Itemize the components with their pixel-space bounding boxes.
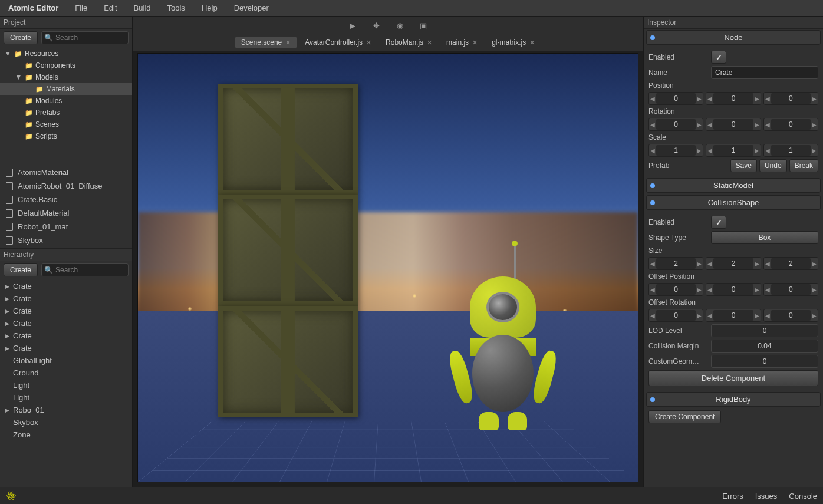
staticmodel-section-header[interactable]: StaticModel [646,178,821,193]
tree-item[interactable]: ▶📁Models [0,71,132,83]
chevron-icon[interactable]: ▶ [4,333,11,339]
node-section-header[interactable]: Node [646,30,821,45]
chevron-right-icon[interactable]: ▶ [753,261,761,267]
chevron-right-icon[interactable]: ▶ [696,121,703,128]
chevron-left-icon[interactable]: ◀ [764,286,771,293]
tree-item[interactable]: 📁Modules [0,95,132,107]
prefab-save-button[interactable]: Save [730,159,757,172]
chevron-left-icon[interactable]: ◀ [706,286,713,293]
menu-file[interactable]: File [67,0,96,17]
menu-tools[interactable]: Tools [159,0,193,17]
editor-tab[interactable]: main.js✕ [440,37,483,48]
chevron-left-icon[interactable]: ◀ [764,147,771,154]
chevron-right-icon[interactable]: ▶ [753,147,761,154]
status-issues[interactable]: Issues [755,492,778,500]
viewport-3d[interactable] [137,53,638,482]
shape-type-dropdown[interactable]: Box [711,231,818,244]
chevron-left-icon[interactable]: ◀ [706,121,713,128]
tree-item[interactable]: 📁Scripts [0,130,132,142]
chevron-left-icon[interactable]: ◀ [649,147,656,154]
chevron-right-icon[interactable]: ▶ [696,286,703,293]
offset-position-vector[interactable]: ◀0▶◀0▶◀0▶ [648,283,818,296]
chevron-icon[interactable]: ▶ [5,50,11,57]
project-search[interactable]: 🔍 [41,31,129,44]
chevron-right-icon[interactable]: ▶ [811,147,818,154]
chevron-icon[interactable]: ▶ [4,407,11,413]
chevron-left-icon[interactable]: ◀ [764,261,771,267]
chevron-right-icon[interactable]: ▶ [696,312,703,319]
chevron-right-icon[interactable]: ▶ [811,95,818,102]
editor-tab[interactable]: gl-matrix.js✕ [486,37,541,48]
chevron-right-icon[interactable]: ▶ [753,286,761,293]
position-vector[interactable]: ◀0▶◀0▶◀0▶ [648,92,818,105]
editor-tab[interactable]: RoboMan.js✕ [380,37,438,48]
chevron-icon[interactable]: ▶ [4,321,11,327]
chevron-left-icon[interactable]: ◀ [706,147,713,154]
chevron-right-icon[interactable]: ▶ [811,286,818,293]
hierarchy-item[interactable]: ▶Crate [0,280,132,292]
chevron-right-icon[interactable]: ▶ [811,312,818,319]
status-errors[interactable]: Errors [722,492,743,500]
chevron-icon[interactable]: ▶ [4,345,11,351]
project-search-input[interactable] [55,34,126,42]
tree-item[interactable]: 📁Prefabs [0,107,132,118]
hierarchy-item[interactable]: Zone [0,429,132,441]
project-tree[interactable]: ▶📁Resources📁Components▶📁Models📁Materials… [0,47,132,164]
close-icon[interactable]: ✕ [529,39,535,47]
hierarchy-item[interactable]: ▶Crate [0,305,132,317]
tree-item[interactable]: 📁Scenes [0,118,132,130]
chevron-left-icon[interactable]: ◀ [649,261,656,267]
chevron-right-icon[interactable]: ▶ [696,95,703,102]
chevron-left-icon[interactable]: ◀ [649,95,656,102]
size-vector[interactable]: ◀2▶◀2▶◀2▶ [648,257,818,270]
node-name-input[interactable]: Crate [711,66,818,79]
close-icon[interactable]: ✕ [472,39,478,47]
tree-item[interactable]: 📁Components [0,60,132,71]
viewport-crate[interactable] [218,84,358,417]
chevron-right-icon[interactable]: ▶ [811,261,818,267]
file-item[interactable]: Robot_01_mat [0,220,132,233]
custom-geom-input[interactable]: 0 [711,355,818,368]
close-icon[interactable]: ✕ [285,39,291,47]
node-enabled-checkbox[interactable] [711,51,726,64]
hierarchy-item[interactable]: Light [0,391,132,404]
tree-item[interactable]: 📁Materials [0,83,132,95]
rotate-icon[interactable]: ◉ [395,21,404,30]
collision-margin-input[interactable]: 0.04 [711,340,818,353]
chevron-left-icon[interactable]: ◀ [706,261,713,267]
file-item[interactable]: AtomicMaterial [0,166,132,179]
hierarchy-item[interactable]: ▶Robo_01 [0,404,132,416]
chevron-right-icon[interactable]: ▶ [811,121,818,128]
hierarchy-item[interactable]: ▶Crate [0,317,132,330]
chevron-icon[interactable]: ▶ [16,74,22,81]
chevron-left-icon[interactable]: ◀ [649,312,656,319]
close-icon[interactable]: ✕ [366,39,371,47]
hierarchy-item[interactable]: ▶Crate [0,330,132,342]
prefab-undo-button[interactable]: Undo [759,159,787,172]
lod-level-input[interactable]: 0 [711,324,818,337]
translate-icon[interactable]: ✥ [371,21,381,30]
hierarchy-item[interactable]: ▶Crate [0,342,132,354]
rotation-vector[interactable]: ◀0▶◀0▶◀0▶ [648,118,818,131]
file-item[interactable]: Crate.Basic [0,193,132,206]
hierarchy-create-button[interactable]: Create [4,263,38,276]
project-file-list[interactable]: AtomicMaterialAtomicRobot_01_DiffuseCrat… [0,164,132,249]
collision-enabled-checkbox[interactable] [711,216,726,229]
file-item[interactable]: Skybox [0,233,132,247]
file-item[interactable]: DefaultMaterial [0,206,132,220]
chevron-right-icon[interactable]: ▶ [753,121,761,128]
play-icon[interactable]: ▶ [348,21,357,30]
chevron-right-icon[interactable]: ▶ [753,312,761,319]
chevron-left-icon[interactable]: ◀ [649,121,656,128]
create-component-button[interactable]: Create Component [648,410,721,423]
hierarchy-item[interactable]: Ground [0,367,132,379]
hierarchy-item[interactable]: ▶Crate [0,292,132,305]
hierarchy-item[interactable]: Skybox [0,416,132,429]
chevron-right-icon[interactable]: ▶ [696,261,703,267]
hierarchy-item[interactable]: Light [0,379,132,391]
editor-tab[interactable]: AvatarController.js✕ [299,37,377,48]
chevron-right-icon[interactable]: ▶ [696,147,703,154]
prefab-break-button[interactable]: Break [789,159,818,172]
project-create-button[interactable]: Create [4,31,38,44]
chevron-left-icon[interactable]: ◀ [764,312,771,319]
